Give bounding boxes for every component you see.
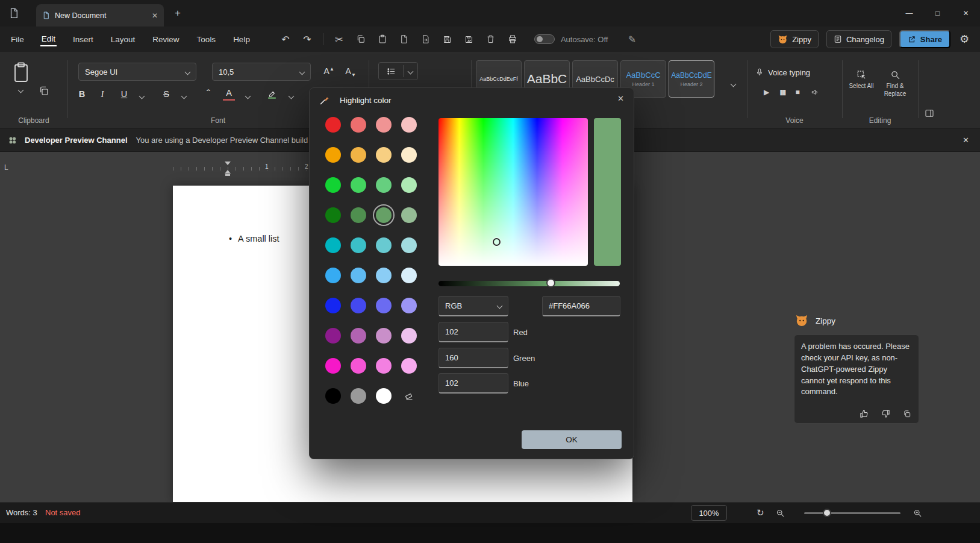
color-swatch[interactable] bbox=[325, 358, 341, 374]
refresh-icon[interactable]: ↻ bbox=[757, 507, 764, 518]
color-swatch[interactable] bbox=[401, 117, 417, 133]
maximize-button[interactable]: □ bbox=[923, 0, 952, 27]
color-swatch[interactable] bbox=[325, 268, 341, 283]
no-color-eraser-icon[interactable] bbox=[401, 388, 417, 404]
italic-icon[interactable]: I bbox=[96, 89, 108, 99]
autosave-toggle[interactable] bbox=[534, 34, 555, 44]
color-swatch[interactable] bbox=[376, 268, 392, 283]
color-swatch[interactable] bbox=[376, 237, 392, 253]
color-swatch[interactable] bbox=[376, 117, 392, 133]
zippy-button[interactable]: Zippy bbox=[770, 30, 819, 48]
highlight-color-chevron-icon[interactable] bbox=[289, 93, 295, 99]
bullet-list-chevron-icon[interactable] bbox=[408, 68, 414, 74]
menu-edit[interactable]: Edit bbox=[40, 33, 57, 46]
color-swatch[interactable] bbox=[376, 147, 392, 163]
save-icon[interactable] bbox=[442, 35, 454, 44]
export-document-icon[interactable] bbox=[420, 34, 432, 44]
color-swatch[interactable] bbox=[376, 207, 392, 223]
color-spectrum-picker[interactable] bbox=[439, 118, 588, 266]
underline-options-chevron-icon[interactable] bbox=[139, 93, 145, 99]
paste-large-icon[interactable] bbox=[12, 61, 30, 83]
font-family-select[interactable]: Segoe UI bbox=[78, 63, 196, 81]
minimize-button[interactable]: — bbox=[895, 0, 923, 27]
undo-icon[interactable]: ↶ bbox=[279, 34, 292, 45]
find-replace-button[interactable]: Find & Replace bbox=[879, 70, 911, 98]
banner-close-icon[interactable]: ✕ bbox=[963, 136, 969, 145]
menu-file[interactable]: File bbox=[10, 33, 25, 46]
zoom-in-icon[interactable] bbox=[913, 509, 922, 518]
color-swatch[interactable] bbox=[351, 117, 366, 133]
play-icon[interactable]: ▶ bbox=[764, 88, 769, 96]
color-swatch[interactable] bbox=[325, 298, 341, 313]
menu-layout[interactable]: Layout bbox=[110, 33, 137, 46]
value-slider-thumb[interactable] bbox=[546, 278, 555, 287]
color-swatch[interactable] bbox=[401, 147, 417, 163]
superscript-icon[interactable]: ˆ bbox=[202, 88, 214, 101]
underline-icon[interactable]: U bbox=[118, 89, 130, 99]
tab-stop-indicator[interactable]: L bbox=[4, 163, 8, 172]
blue-input[interactable] bbox=[439, 374, 508, 392]
color-swatch[interactable] bbox=[401, 358, 417, 374]
font-color-icon[interactable]: A bbox=[223, 88, 235, 101]
menu-tools[interactable]: Tools bbox=[196, 33, 217, 46]
speaker-icon[interactable] bbox=[810, 88, 820, 96]
redo-icon[interactable]: ↷ bbox=[301, 34, 313, 45]
color-swatch[interactable] bbox=[325, 117, 341, 133]
color-swatch[interactable] bbox=[401, 177, 417, 193]
first-line-indent-marker[interactable] bbox=[225, 162, 231, 165]
color-swatch[interactable] bbox=[376, 388, 392, 404]
window-close-button[interactable]: ✕ bbox=[952, 0, 980, 27]
color-swatch[interactable] bbox=[376, 328, 392, 344]
value-slider-track[interactable] bbox=[439, 281, 620, 286]
menu-insert[interactable]: Insert bbox=[72, 33, 95, 46]
grow-font-icon[interactable]: A▲ bbox=[323, 66, 335, 76]
highlight-color-icon[interactable] bbox=[266, 88, 278, 99]
paste-options-chevron-icon[interactable] bbox=[18, 87, 24, 93]
color-swatch[interactable] bbox=[401, 268, 417, 283]
color-swatch[interactable] bbox=[325, 147, 341, 163]
color-swatch[interactable] bbox=[401, 237, 417, 253]
color-swatch[interactable] bbox=[325, 388, 341, 404]
print-icon[interactable] bbox=[507, 34, 519, 44]
color-swatch[interactable] bbox=[401, 328, 417, 344]
hex-input[interactable] bbox=[543, 297, 620, 315]
share-button[interactable]: Share bbox=[899, 30, 950, 48]
color-swatch[interactable] bbox=[401, 298, 417, 313]
new-document-icon[interactable] bbox=[398, 34, 410, 44]
color-swatch[interactable] bbox=[351, 298, 366, 313]
hanging-indent-marker[interactable] bbox=[225, 170, 231, 174]
left-indent-marker[interactable] bbox=[225, 174, 230, 176]
spectrum-cursor[interactable] bbox=[493, 238, 501, 246]
color-swatch[interactable] bbox=[351, 268, 366, 283]
document-tab[interactable]: New Document ✕ bbox=[36, 4, 164, 27]
color-swatch[interactable] bbox=[351, 147, 366, 163]
shrink-font-icon[interactable]: A▼ bbox=[345, 66, 357, 78]
select-all-button[interactable]: Select All bbox=[846, 70, 877, 90]
copy-icon[interactable] bbox=[355, 34, 367, 44]
delete-icon[interactable] bbox=[485, 34, 497, 44]
green-input[interactable] bbox=[439, 348, 508, 367]
zoom-slider-thumb[interactable] bbox=[823, 509, 831, 517]
dialog-close-icon[interactable]: ✕ bbox=[617, 94, 624, 103]
tab-close-icon[interactable]: ✕ bbox=[152, 11, 158, 20]
bold-icon[interactable]: B bbox=[76, 89, 88, 99]
bullet-list-icon[interactable] bbox=[379, 67, 403, 76]
save-as-icon[interactable] bbox=[463, 35, 475, 44]
zoom-level-box[interactable]: 100% bbox=[691, 505, 727, 521]
settings-gear-icon[interactable]: ⚙ bbox=[958, 33, 970, 46]
color-swatch[interactable] bbox=[401, 207, 417, 223]
red-input[interactable] bbox=[439, 322, 508, 341]
strikethrough-options-chevron-icon[interactable] bbox=[181, 93, 187, 99]
color-swatch[interactable] bbox=[325, 177, 341, 193]
sidebar-toggle-icon[interactable] bbox=[924, 108, 935, 118]
color-swatch[interactable] bbox=[325, 328, 341, 344]
ok-button[interactable]: OK bbox=[522, 430, 622, 449]
color-swatch[interactable] bbox=[351, 207, 366, 223]
color-swatch[interactable] bbox=[376, 177, 392, 193]
paste-icon[interactable] bbox=[376, 34, 389, 44]
changelog-button[interactable]: Changelog bbox=[826, 30, 891, 48]
color-swatch[interactable] bbox=[351, 237, 366, 253]
color-swatch[interactable] bbox=[351, 358, 366, 374]
pause-icon[interactable]: ▮▮ bbox=[779, 88, 785, 96]
color-swatch[interactable] bbox=[325, 237, 341, 253]
